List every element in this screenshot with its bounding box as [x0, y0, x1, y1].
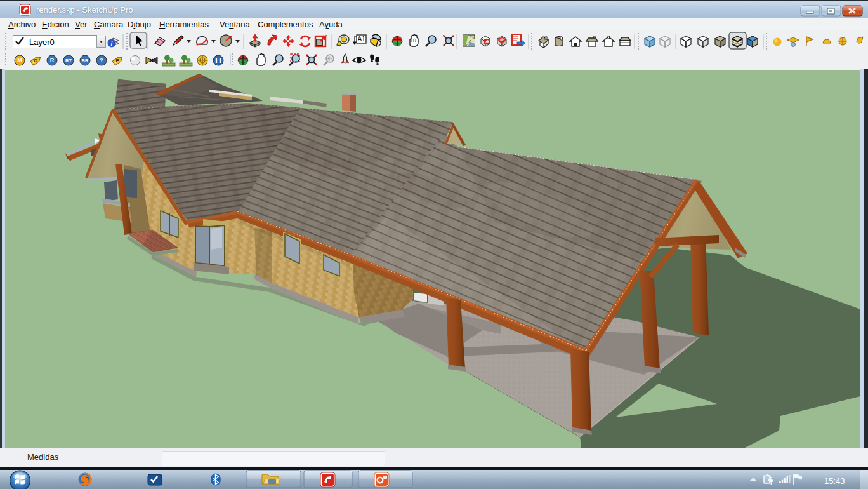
svg-text:BR: BR — [82, 58, 89, 64]
svg-text:RT: RT — [65, 58, 72, 64]
svg-text:A1: A1 — [357, 36, 365, 43]
svg-text:M: M — [17, 57, 22, 64]
svg-text:F: F — [116, 58, 119, 64]
svg-text:i: i — [111, 40, 113, 47]
svg-text:O: O — [34, 58, 37, 64]
svg-text:R: R — [50, 57, 55, 64]
svg-text:?: ? — [100, 57, 103, 64]
